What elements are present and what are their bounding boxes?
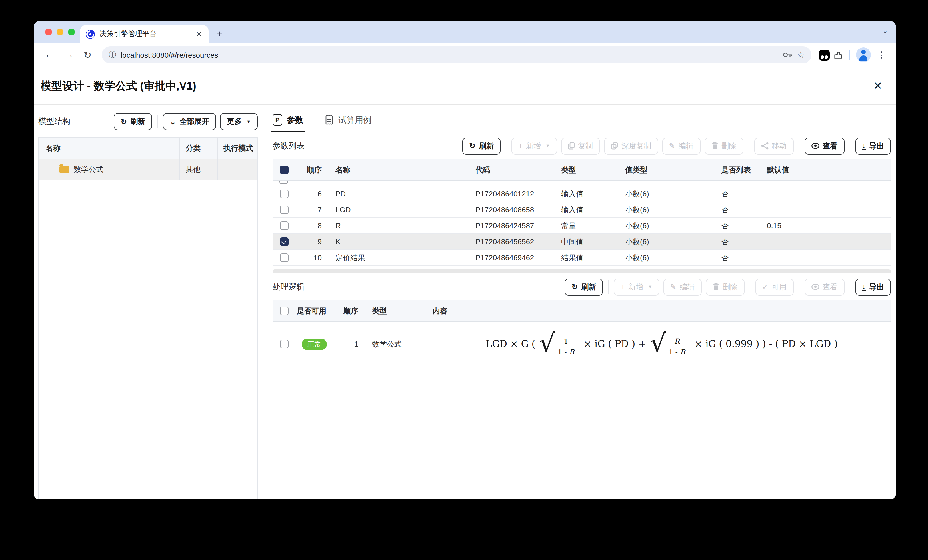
- download-icon: ↓: [862, 142, 866, 150]
- window-controls: [45, 29, 75, 35]
- param-add-button[interactable]: +新增▼: [511, 137, 557, 154]
- button-group-divider: [749, 280, 750, 294]
- more-button[interactable]: 更多 ▼: [220, 113, 258, 130]
- toolbar-divider: [849, 50, 850, 60]
- plus-icon: +: [518, 142, 523, 149]
- sqrt-term-2: √ R 1 - R: [650, 332, 691, 356]
- close-window-button[interactable]: [45, 29, 52, 35]
- row-checkbox[interactable]: [280, 340, 288, 348]
- row-checkbox[interactable]: [279, 181, 288, 184]
- param-export-button[interactable]: ↓ 导出: [855, 137, 891, 154]
- logic-edit-button[interactable]: ✎编辑: [663, 278, 701, 295]
- param-deep-copy-button[interactable]: 深度复制: [604, 137, 658, 154]
- browser-window: 决策引擎管理平台 ✕ + ⌄ ← → ↻ ⓘ localhost:8080/#/…: [34, 21, 896, 499]
- header-is-list: 是否列表: [720, 165, 766, 175]
- tree-node-category: 其他: [179, 159, 217, 180]
- browser-tab[interactable]: 决策引擎管理平台 ✕: [80, 25, 209, 43]
- row-checkbox[interactable]: [280, 253, 288, 262]
- button-group-divider: [748, 139, 749, 153]
- param-move-button[interactable]: 移动: [754, 137, 794, 154]
- browser-menu-icon[interactable]: ⋮: [875, 50, 888, 60]
- header-available: 是否可用: [295, 306, 333, 316]
- reload-button[interactable]: ↻: [81, 49, 95, 61]
- sqrt-term-1: √ 1 1 - R: [539, 332, 579, 356]
- row-checkbox[interactable]: [280, 190, 288, 198]
- param-view-button[interactable]: 查看: [804, 137, 844, 154]
- trash-icon: [711, 142, 718, 149]
- logic-add-button[interactable]: +新增▼: [614, 278, 659, 295]
- param-row-pricing-result[interactable]: 10 定价结果 P1720486469462 结果值 小数(6) 否: [273, 250, 891, 266]
- param-edit-button[interactable]: ✎编辑: [662, 137, 700, 154]
- header-content: 内容: [433, 306, 891, 316]
- logic-view-button[interactable]: 查看: [804, 278, 844, 295]
- logic-delete-button[interactable]: 删除: [705, 278, 744, 295]
- profile-avatar[interactable]: [856, 47, 871, 62]
- forward-button[interactable]: →: [61, 49, 76, 61]
- button-group-divider: [506, 139, 506, 153]
- eye-icon: [811, 143, 819, 149]
- button-group-divider: [798, 139, 799, 153]
- radical-sign: √: [539, 332, 555, 355]
- param-copy-button[interactable]: 复制: [561, 137, 600, 154]
- tree-header-category: 分类: [179, 138, 217, 159]
- minimize-window-button[interactable]: [56, 29, 63, 35]
- header-value-type: 值类型: [624, 165, 720, 175]
- horizontal-scrollbar[interactable]: [273, 269, 891, 274]
- main-content: 模型结构 ↻ 刷新 ⌄ 全部展开 更多 ▼: [34, 105, 896, 499]
- header-type: 类型: [560, 165, 624, 175]
- url-text[interactable]: localhost:8080/#/re/resources: [121, 50, 778, 59]
- logic-select-all-checkbox[interactable]: [280, 307, 288, 315]
- logic-enable-button[interactable]: ✓可用: [755, 278, 794, 295]
- tree-node-label[interactable]: 数学公式: [74, 164, 104, 175]
- page-title: 模型设计 - 数学公式 (审批中,V1): [41, 79, 196, 93]
- tree-row-math-formula[interactable]: 数学公式 其他: [39, 159, 257, 180]
- refresh-icon: ↻: [469, 142, 475, 149]
- status-badge: 正常: [302, 338, 327, 350]
- browser-toolbar: ← → ↻ ⓘ localhost:8080/#/re/resources ☆ …: [34, 43, 896, 67]
- logic-export-button[interactable]: ↓ 导出: [855, 278, 891, 295]
- row-checkbox[interactable]: [280, 205, 288, 214]
- logic-row-formula[interactable]: 正常 1 数学公式 LGD × G ( √ 1 1 - R: [273, 322, 891, 367]
- param-row-lgd[interactable]: 7 LGD P1720486408658 输入值 小数(6) 否: [273, 202, 891, 218]
- header-type: 类型: [365, 306, 433, 316]
- dialog-close-icon[interactable]: ✕: [873, 79, 882, 93]
- tree-refresh-button[interactable]: ↻ 刷新: [114, 113, 152, 130]
- favicon: [86, 29, 95, 38]
- tab-search-chevron-icon[interactable]: ⌄: [882, 27, 888, 35]
- detail-panel: P 参数 试算用例 参数列表 ↻刷新: [263, 105, 896, 499]
- tab-params[interactable]: P 参数: [273, 107, 304, 132]
- header-name: 名称: [328, 165, 474, 175]
- extension-app-icon[interactable]: [819, 49, 830, 60]
- site-info-icon[interactable]: ⓘ: [109, 50, 116, 60]
- logic-header: 处理逻辑 ↻刷新 +新增▼ ✎编辑: [273, 274, 891, 300]
- param-table: 顺序 名称 代码 类型 值类型 是否列表 默认值 6 PD: [273, 159, 891, 266]
- logic-refresh-button[interactable]: ↻刷新: [565, 278, 603, 295]
- param-refresh-button[interactable]: ↻刷新: [462, 137, 501, 154]
- address-bar[interactable]: ⓘ localhost:8080/#/re/resources ☆: [102, 46, 812, 63]
- button-group-divider: [608, 280, 609, 294]
- tab-close-icon[interactable]: ✕: [195, 30, 203, 38]
- expand-all-button[interactable]: ⌄ 全部展开: [163, 113, 216, 130]
- password-key-icon[interactable]: [783, 52, 792, 58]
- header-code: 代码: [474, 165, 560, 175]
- bookmark-star-icon[interactable]: ☆: [797, 50, 804, 60]
- new-tab-button[interactable]: +: [217, 29, 222, 40]
- param-row-pd[interactable]: 6 PD P1720486401212 输入值 小数(6) 否: [273, 186, 891, 202]
- param-row-r[interactable]: 8 R P1720486424587 常量 小数(6) 否 0.15: [273, 218, 891, 234]
- button-group-divider: [157, 115, 158, 128]
- param-row-k[interactable]: 9 K P1720486456562 中间值 小数(6) 否: [273, 234, 891, 250]
- folder-icon: [60, 166, 69, 173]
- scrolled-partial-row: [273, 181, 891, 186]
- caret-down-icon: ▼: [648, 284, 653, 289]
- back-button[interactable]: ←: [42, 49, 57, 61]
- trash-icon: [712, 283, 719, 291]
- param-delete-button[interactable]: 删除: [704, 137, 743, 154]
- extensions-puzzle-icon[interactable]: [834, 50, 843, 60]
- row-checkbox[interactable]: [280, 222, 288, 230]
- tab-trial-cases[interactable]: 试算用例: [325, 107, 371, 132]
- logic-table: 是否可用 顺序 类型 内容 正常 1 数学公式 LGD × G (: [273, 300, 891, 367]
- check-icon: ✓: [762, 283, 768, 291]
- select-all-checkbox[interactable]: [280, 166, 288, 174]
- row-checkbox-checked[interactable]: [280, 237, 288, 246]
- fullscreen-window-button[interactable]: [68, 29, 75, 35]
